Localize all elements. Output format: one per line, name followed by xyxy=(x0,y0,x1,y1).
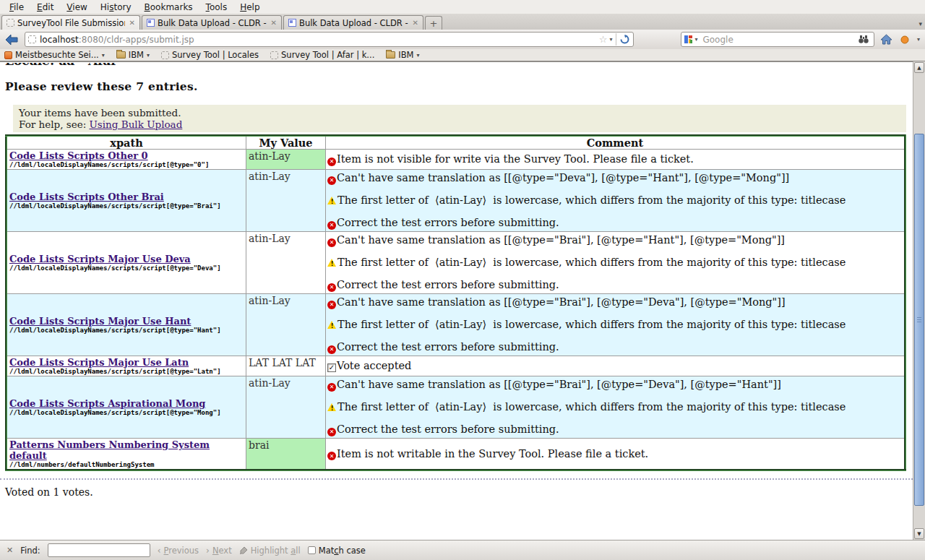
table-row: Patterns Numbers Numbering System defaul… xyxy=(7,439,905,470)
xpath-link[interactable]: Code Lists Scripts Aspirational Mong xyxy=(9,398,205,409)
xpath-cell: Code Lists Scripts Major Use Hant//ldml/… xyxy=(7,294,246,356)
highlight-all-button[interactable]: Highlight all xyxy=(239,546,301,556)
bookmark-folder-ibm-2[interactable]: IBM ▾ xyxy=(386,50,419,60)
url-text: localhost:8080/cldr-apps/submit.jsp xyxy=(40,35,599,45)
tab-strip: SurveyTool File Submission | ... ✕ Bulk … xyxy=(0,14,925,30)
vertical-scrollbar[interactable]: ▲ ▼ xyxy=(913,61,925,540)
comment-text: Can't have same translation as [[@type="… xyxy=(337,172,789,184)
checkbox-icon[interactable]: ✓ xyxy=(327,363,336,372)
menu-tools[interactable]: Tools xyxy=(199,1,234,14)
toolbar-overflow-icon[interactable]: ▾ xyxy=(915,36,922,43)
my-value-cell: atin-Lay xyxy=(246,232,326,294)
binoculars-icon xyxy=(859,35,869,43)
missing-favicon-icon xyxy=(270,51,278,59)
xpath-link[interactable]: Code Lists Scripts Other Brai xyxy=(9,191,164,202)
menu-file[interactable]: File xyxy=(3,1,30,14)
find-input[interactable] xyxy=(48,543,150,557)
bookmark-survey-tool-afar[interactable]: Survey Tool | Afar | k... xyxy=(270,50,374,60)
reload-button[interactable] xyxy=(618,35,632,44)
using-bulk-upload-link[interactable]: Using Bulk Upload xyxy=(89,119,182,130)
list-all-tabs-icon[interactable]: ▾ xyxy=(918,20,922,27)
xpath-string: //ldml/localeDisplayNames/scripts/script… xyxy=(9,327,244,334)
google-engine-icon[interactable] xyxy=(684,35,692,43)
comment-cell: ✓Vote accepted xyxy=(326,356,905,376)
home-button[interactable] xyxy=(878,34,895,45)
my-value-cell: atin-Lay xyxy=(246,294,326,356)
page-favicon-placeholder-icon xyxy=(28,35,36,43)
missing-favicon-icon xyxy=(161,51,169,59)
search-bar[interactable]: ▾ Google xyxy=(681,32,874,47)
my-value-cell: brai xyxy=(246,439,326,470)
new-tab-button[interactable]: + xyxy=(425,16,442,30)
my-value-cell: atin-Lay xyxy=(246,150,326,170)
bookmark-folder-ibm-1[interactable]: IBM ▾ xyxy=(116,50,150,60)
menu-history[interactable]: History xyxy=(94,1,138,14)
menu-view[interactable]: View xyxy=(60,1,93,14)
xpath-string: //ldml/localeDisplayNames/scripts/script… xyxy=(9,202,244,210)
find-bar: ✕ Find: ‹Previous ›Next Highlight all Ma… xyxy=(0,540,925,560)
table-row: Code Lists Scripts Other Brai//ldml/loca… xyxy=(7,170,905,232)
tab-close-icon[interactable]: ✕ xyxy=(411,19,418,27)
home-icon xyxy=(880,34,892,45)
xpath-link[interactable]: Patterns Numbers Numbering System defaul… xyxy=(9,439,210,461)
scroll-up-button[interactable]: ▲ xyxy=(914,62,924,73)
find-next-button[interactable]: ›Next xyxy=(206,546,232,556)
error-icon: ✕ xyxy=(327,158,336,166)
tab-bulk-data-upload-2[interactable]: Bulk Data Upload - CLDR - Un... ✕ xyxy=(283,15,423,30)
scroll-down-button[interactable]: ▼ xyxy=(914,528,924,539)
tab-bulk-data-upload-1[interactable]: Bulk Data Upload - CLDR - Un... ✕ xyxy=(142,15,282,30)
clipped-locale-heading: Locale: aa - Afar xyxy=(5,63,913,70)
comment-line: ✕Correct the test errors before submitti… xyxy=(327,278,903,292)
voted-status: Voted on 1 votes. xyxy=(5,486,913,498)
url-bar[interactable]: localhost:8080/cldr-apps/submit.jsp ☆ ▾ xyxy=(25,32,634,47)
urlbar-dropdown-icon[interactable]: ▾ xyxy=(607,36,614,43)
xpath-link[interactable]: Code Lists Scripts Other 0 xyxy=(9,150,148,161)
xpath-string: //ldml/localeDisplayNames/scripts/script… xyxy=(9,161,244,168)
xpath-link[interactable]: Code Lists Scripts Major Use Latn xyxy=(9,357,189,368)
my-value-cell: atin-Lay xyxy=(246,170,326,232)
column-header-xpath: xpath xyxy=(7,136,246,150)
xpath-link[interactable]: Code Lists Scripts Major Use Hant xyxy=(9,316,191,327)
error-icon: ✕ xyxy=(327,221,336,230)
bookmark-star-icon[interactable]: ☆ xyxy=(599,35,608,44)
chevron-down-icon: ▾ xyxy=(417,52,420,59)
error-icon: ✕ xyxy=(327,383,336,392)
comment-line: ✓Vote accepted xyxy=(327,359,903,373)
bookmark-survey-tool-locales[interactable]: Survey Tool | Locales xyxy=(161,50,259,60)
folder-icon xyxy=(116,51,126,59)
search-engine-dropdown-icon[interactable]: ▾ xyxy=(692,36,700,43)
review-table-body: Code Lists Scripts Other 0//ldml/localeD… xyxy=(7,150,905,470)
xpath-link[interactable]: Code Lists Scripts Major Use Deva xyxy=(9,254,191,264)
warning-icon xyxy=(327,258,337,267)
error-icon: ✕ xyxy=(327,238,336,247)
menu-bookmarks[interactable]: Bookmarks xyxy=(138,1,199,14)
checkbox-icon[interactable] xyxy=(308,546,316,554)
comment-line: ✕Can't have same translation as [[@type=… xyxy=(327,171,903,185)
back-button[interactable] xyxy=(3,31,21,48)
table-row: Code Lists Scripts Major Use Latn//ldml/… xyxy=(7,356,905,376)
comment-line: The first letter of ⟨atin-Lay⟩ is lowerc… xyxy=(327,256,903,270)
table-row: Code Lists Scripts Major Use Hant//ldml/… xyxy=(7,294,905,356)
reload-icon xyxy=(620,35,629,44)
search-go-button[interactable] xyxy=(856,35,871,43)
bookmark-most-visited[interactable]: Meistbesuchte Sei... ▾ xyxy=(4,50,105,60)
find-close-icon[interactable]: ✕ xyxy=(7,546,13,555)
table-row: Code Lists Scripts Major Use Deva//ldml/… xyxy=(7,232,905,294)
chevron-down-icon: ▾ xyxy=(102,52,105,59)
tab-close-icon[interactable]: ✕ xyxy=(128,19,135,27)
xpath-string: //ldml/localeDisplayNames/scripts/script… xyxy=(9,264,244,272)
addon-button[interactable] xyxy=(898,35,911,44)
column-header-my-value: My Value xyxy=(246,136,326,150)
menu-help[interactable]: Help xyxy=(233,1,266,14)
match-case-checkbox[interactable]: Match case xyxy=(308,546,366,556)
scrollbar-thumb[interactable] xyxy=(914,134,924,506)
find-previous-button[interactable]: ‹Previous xyxy=(158,546,199,556)
comment-line: The first letter of ⟨atin-Lay⟩ is lowerc… xyxy=(327,194,903,207)
xpath-string: //ldml/localeDisplayNames/scripts/script… xyxy=(9,368,244,375)
xpath-cell: Patterns Numbers Numbering System defaul… xyxy=(7,439,246,470)
menu-edit[interactable]: Edit xyxy=(30,1,60,14)
comment-cell: ✕Can't have same translation as [[@type=… xyxy=(326,376,905,439)
tab-surveytool-file-submission[interactable]: SurveyTool File Submission | ... ✕ xyxy=(1,15,140,30)
url-domain: localhost xyxy=(40,35,79,45)
tab-close-icon[interactable]: ✕ xyxy=(270,19,277,27)
